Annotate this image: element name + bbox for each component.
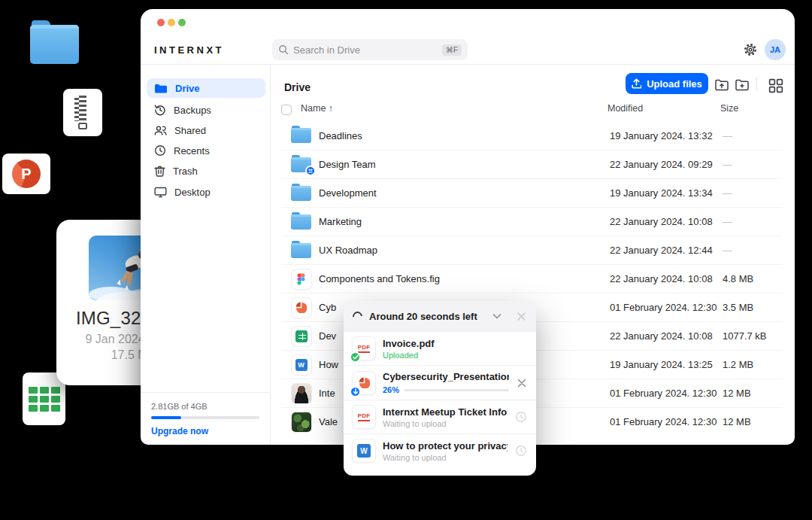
search-bar[interactable]: ⌘F	[272, 39, 468, 60]
grid-view-button[interactable]	[768, 78, 783, 93]
upgrade-link[interactable]: Upgrade now	[151, 426, 259, 436]
folder-icon	[291, 243, 311, 258]
sidebar-item-backups[interactable]: Backups	[147, 100, 265, 120]
upload-item[interactable]: PDF Invoice.pdf Uploaded	[344, 331, 536, 365]
storage-progress-track	[151, 416, 259, 419]
popup-close-icon[interactable]	[516, 311, 527, 322]
popup-title: Around 20 seconds left	[369, 311, 484, 322]
minimize-window-button[interactable]	[168, 19, 175, 26]
powerpoint-file-icon	[353, 372, 375, 394]
chevron-down-icon[interactable]	[491, 310, 503, 322]
zip-teeth	[79, 96, 86, 121]
page-title: Drive	[284, 81, 311, 93]
upload-item[interactable]: Cybersecurity_Presentation.ppt 26%	[344, 365, 536, 400]
folder-icon	[154, 83, 168, 94]
upload-status: Waiting to upload	[383, 419, 508, 428]
select-all-checkbox[interactable]	[281, 105, 292, 115]
column-header-modified[interactable]: Modified	[607, 103, 643, 114]
uploading-arrow-badge	[350, 386, 361, 397]
trash-icon	[154, 165, 165, 177]
sidebar-label: Desktop	[174, 187, 211, 198]
photo-thumbnail	[292, 384, 311, 403]
powerpoint-file-icon[interactable]: P	[2, 154, 50, 194]
shared-folder-icon	[291, 157, 311, 172]
close-window-button[interactable]	[157, 19, 165, 26]
sidebar-label: Recents	[174, 145, 210, 157]
table-row[interactable]: Design Team 22 January 2024. 09:29 —	[281, 150, 783, 178]
table-row[interactable]: Development 19 January 2024. 13:34 —	[281, 178, 783, 207]
photo-thumbnail	[292, 412, 311, 432]
sidebar: Drive Backups Shared	[141, 65, 271, 445]
upload-status: Uploaded	[383, 351, 527, 360]
desktop-monitor-icon	[154, 187, 167, 198]
search-icon	[278, 44, 289, 55]
spreadsheet-grid	[29, 387, 60, 412]
upload-item[interactable]: W How to protect your privacy.doc Waitin…	[344, 433, 536, 467]
powerpoint-file-icon	[292, 298, 311, 318]
powerpoint-logo: P	[12, 160, 41, 188]
sidebar-item-desktop[interactable]: Desktop	[147, 182, 265, 202]
zip-pull	[78, 123, 87, 129]
sidebar-label: Trash	[173, 166, 198, 177]
table-row[interactable]: Deadlines 19 January 2024. 13:32 —	[281, 121, 783, 150]
sidebar-item-drive[interactable]: Drive	[147, 78, 265, 98]
sidebar-label: Shared	[174, 125, 206, 136]
excel-file-icon	[292, 327, 311, 346]
window-header: INTERNXT ⌘F JA	[141, 9, 795, 65]
settings-gear-icon[interactable]	[743, 42, 758, 57]
upload-percent: 26%	[383, 385, 399, 394]
column-header-name[interactable]: Name ↑	[301, 103, 333, 114]
recents-clock-icon	[154, 144, 166, 157]
backups-history-icon	[154, 104, 166, 116]
figma-file-icon	[292, 269, 311, 289]
waiting-clock-icon	[515, 411, 527, 423]
shared-people-icon	[154, 125, 167, 136]
search-shortcut-badge: ⌘F	[442, 44, 462, 56]
upload-files-label: Upload files	[647, 78, 702, 90]
toolbar-divider	[756, 77, 757, 90]
uploaded-check-badge	[350, 351, 361, 363]
word-file-icon: W	[292, 355, 311, 375]
upload-progress-popup: Around 20 seconds left PDF Invoice.pdf U…	[344, 301, 536, 476]
storage-panel: 2.81GB of 4GB Upgrade now	[141, 392, 270, 445]
table-header: Name ↑ Modified Size	[271, 102, 783, 121]
search-input[interactable]	[293, 44, 438, 56]
sort-arrow-icon: ↑	[329, 103, 333, 114]
avatar[interactable]: JA	[765, 39, 786, 60]
maximize-window-button[interactable]	[178, 19, 186, 26]
sidebar-label: Backups	[174, 105, 211, 116]
desktop-folder-icon[interactable]	[30, 25, 79, 64]
sidebar-item-recents[interactable]: Recents	[147, 141, 265, 160]
folder-icon	[291, 186, 311, 201]
zip-file-icon[interactable]	[63, 89, 102, 136]
upload-files-button[interactable]: Upload files	[626, 73, 708, 94]
word-file-icon: W	[353, 439, 375, 462]
desktop: P IMG_3245.jpg	[0, 0, 812, 520]
upload-status: Waiting to upload	[383, 453, 508, 462]
folder-icon	[291, 214, 311, 230]
spinner-icon	[350, 309, 364, 323]
column-header-size[interactable]: Size	[720, 103, 738, 114]
sidebar-item-trash[interactable]: Trash	[147, 161, 265, 181]
pdf-file-icon: PDF	[353, 406, 375, 428]
table-row[interactable]: Marketing 22 January 2024. 10:08 —	[281, 207, 783, 236]
shared-people-badge	[305, 166, 316, 176]
upload-item[interactable]: PDF Internxt Meetup Ticket Info.pdf Wait…	[344, 400, 536, 433]
sidebar-label: Drive	[175, 83, 200, 94]
table-row[interactable]: UX Roadmap 22 January 2024. 12:44 —	[281, 236, 783, 264]
pdf-file-icon: PDF	[353, 337, 375, 360]
cancel-upload-icon[interactable]	[517, 378, 527, 388]
upload-progress-track	[404, 389, 509, 391]
sidebar-item-shared[interactable]: Shared	[147, 120, 265, 140]
table-row[interactable]: Components and Tokens.fig 22 January 202…	[281, 264, 783, 293]
storage-progress-fill	[151, 416, 181, 419]
folder-icon	[291, 128, 311, 143]
internxt-logo: INTERNXT	[154, 44, 224, 56]
storage-usage-text: 2.81GB of 4GB	[151, 402, 259, 411]
upload-icon	[632, 78, 641, 89]
create-folder-button[interactable]	[735, 78, 750, 93]
upload-folder-button[interactable]	[714, 78, 729, 93]
popup-header: Around 20 seconds left	[344, 301, 536, 331]
waiting-clock-icon	[515, 445, 527, 457]
